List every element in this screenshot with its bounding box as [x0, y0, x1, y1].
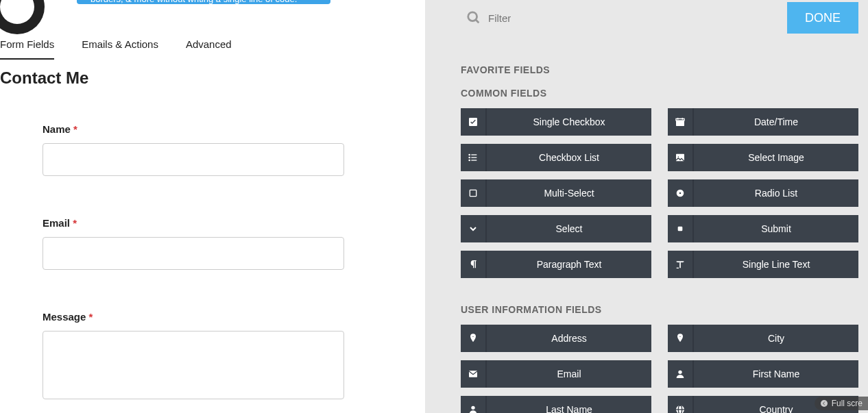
field-common-date-time[interactable]: Date/Time — [668, 108, 858, 136]
field-email[interactable]: Email * — [43, 217, 344, 270]
field-label: Radio List — [694, 188, 858, 199]
square-o-icon — [461, 179, 487, 207]
form-editor-panel: borders, & more without writing a single… — [0, 0, 425, 413]
field-user-city[interactable]: City — [668, 325, 858, 352]
field-user-address[interactable]: Address — [461, 325, 651, 352]
field-label: Checkbox List — [487, 152, 651, 163]
envelope-icon — [461, 360, 487, 388]
form-title[interactable]: Contact Me — [0, 68, 88, 88]
svg-point-14 — [677, 155, 679, 158]
field-common-checkbox-list[interactable]: Checkbox List — [461, 144, 651, 171]
svg-point-23 — [471, 406, 474, 410]
input-name[interactable] — [43, 143, 344, 176]
svg-point-0 — [468, 12, 477, 21]
tab-advanced[interactable]: Advanced — [186, 34, 232, 60]
field-name[interactable]: Name * — [43, 123, 344, 176]
heading-common-fields: COMMON FIELDS — [461, 88, 858, 99]
square-small-icon — [668, 215, 694, 242]
field-label: Multi-Select — [487, 188, 651, 199]
banner-text: borders, & more without writing a single… — [91, 0, 297, 4]
tab-form-fields[interactable]: Form Fields — [0, 34, 54, 60]
field-user-first-name[interactable]: First Name — [668, 360, 858, 388]
user-icon — [461, 396, 487, 413]
svg-rect-4 — [676, 118, 684, 121]
field-palette: FAVORITE FIELDS COMMON FIELDS Single Che… — [461, 48, 858, 413]
field-label: Address — [487, 333, 651, 344]
label-email: Email * — [43, 217, 344, 229]
field-common-select-image[interactable]: Select Image — [668, 144, 858, 171]
field-label: Email — [487, 368, 651, 379]
field-common-single-line-text[interactable]: Single Line Text — [668, 251, 858, 278]
field-label: City — [694, 333, 858, 344]
svg-point-12 — [469, 160, 470, 160]
arrow-left-icon — [820, 399, 828, 408]
globe-icon — [668, 396, 694, 413]
common-fields-grid: Single CheckboxDate/TimeCheckbox ListSel… — [461, 108, 858, 278]
filter-input[interactable] — [488, 12, 625, 24]
field-label: Select Image — [694, 152, 858, 163]
filter-row: DONE — [466, 5, 858, 30]
check-square-icon — [461, 108, 487, 136]
field-label: Select — [487, 223, 651, 234]
svg-line-1 — [476, 20, 479, 23]
field-label: Submit — [694, 223, 858, 234]
dot-circle-icon — [668, 179, 694, 207]
field-label: Single Checkbox — [487, 116, 651, 127]
field-common-radio-list[interactable]: Radio List — [668, 179, 858, 207]
input-email[interactable] — [43, 237, 344, 270]
editor-tabs: Form Fields Emails & Actions Advanced — [0, 34, 232, 60]
search-icon — [466, 10, 481, 25]
svg-point-22 — [678, 371, 682, 374]
svg-rect-18 — [678, 227, 683, 231]
field-label: Last Name — [487, 404, 651, 413]
logo — [0, 0, 45, 34]
calendar-icon — [668, 108, 694, 136]
field-common-multi-select[interactable]: Multi-Select — [461, 179, 651, 207]
field-label: First Name — [694, 368, 858, 379]
svg-point-27 — [821, 400, 828, 407]
done-button[interactable]: DONE — [787, 2, 858, 34]
field-label: Paragraph Text — [487, 259, 651, 270]
textarea-message[interactable] — [43, 331, 344, 399]
field-message[interactable]: Message * — [43, 311, 344, 402]
svg-point-20 — [679, 336, 682, 338]
list-icon — [461, 144, 487, 171]
field-common-single-checkbox[interactable]: Single Checkbox — [461, 108, 651, 136]
svg-point-17 — [679, 192, 682, 195]
map-pin-icon — [668, 325, 694, 352]
label-message: Message * — [43, 311, 344, 323]
map-pin-icon — [461, 325, 487, 352]
svg-point-11 — [469, 157, 470, 158]
heading-user-fields: USER INFORMATION FIELDS — [461, 304, 858, 315]
label-name: Name * — [43, 123, 344, 135]
field-user-email[interactable]: Email — [461, 360, 651, 388]
text-t-icon — [668, 251, 694, 278]
chevron-down-icon — [461, 215, 487, 242]
svg-rect-15 — [470, 190, 476, 196]
user-fields-grid: AddressCityEmailFirst NameLast NameCount… — [461, 325, 858, 413]
full-screen-indicator[interactable]: Full scre — [815, 397, 868, 410]
field-common-paragraph-text[interactable]: Paragraph Text — [461, 251, 651, 278]
paragraph-icon — [461, 251, 487, 278]
field-common-submit[interactable]: Submit — [668, 215, 858, 242]
svg-point-10 — [469, 154, 470, 155]
image-icon — [668, 144, 694, 171]
promo-banner: borders, & more without writing a single… — [77, 0, 330, 4]
user-icon — [668, 360, 694, 388]
heading-favorite-fields: FAVORITE FIELDS — [461, 64, 858, 75]
svg-point-19 — [472, 336, 474, 338]
field-label: Single Line Text — [694, 259, 858, 270]
form-preview: Name * Email * Message * — [43, 123, 344, 413]
field-label: Date/Time — [694, 116, 858, 127]
field-user-last-name[interactable]: Last Name — [461, 396, 651, 413]
tab-emails-actions[interactable]: Emails & Actions — [82, 34, 158, 60]
field-common-select[interactable]: Select — [461, 215, 651, 242]
